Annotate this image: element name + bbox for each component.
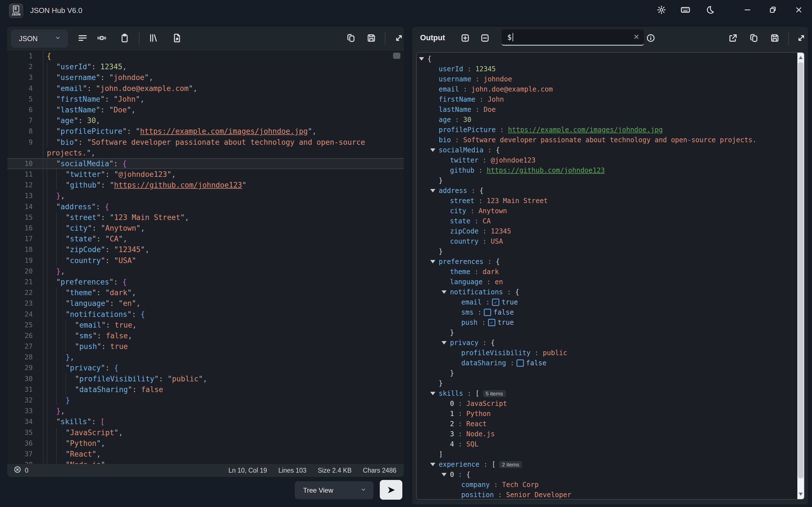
tree-row: 2 : React [417,419,797,429]
send-arrow-icon: ➤ [387,484,395,496]
tree-row: country : USA [417,236,797,246]
tree-value: CA [483,216,491,226]
tree-link-value[interactable]: https://example.com/images/johndoe.jpg [508,125,663,135]
line-number: 13 [7,190,43,201]
output-scrollbar-thumb[interactable] [798,62,804,478]
jsonpath-filter-input[interactable]: $ ✕ [502,29,644,46]
url-link[interactable]: https://github.com/johndoe123 [114,180,242,190]
tree-link-value[interactable]: https://github.com/johndoe123 [487,165,605,175]
collapse-arrow-icon[interactable] [442,341,447,344]
tree-row: 1 : Python [417,409,797,419]
json-code-editor[interactable]: 1{2"userId": 12345,3"username": "johndoe… [7,51,404,464]
output-scrollbar[interactable] [797,53,804,499]
tree-row: userId : 12345 [417,64,797,74]
line-number: 31 [7,384,43,395]
line-number: 34 [7,416,43,427]
url-link[interactable]: https://example.com/images/johndoe.jpg [140,126,308,136]
clipboard-icon [119,33,130,44]
tree-brace: } [439,175,443,186]
tree-key: address [439,186,467,196]
tree-key: github [450,165,474,175]
clear-filter-icon[interactable]: ✕ [633,33,640,41]
error-count-icon [13,466,21,475]
filter-info-button[interactable] [645,33,656,44]
expand-editor-button[interactable] [393,33,405,44]
tree-key: firstName [439,94,475,105]
tree-key: push [461,318,477,328]
tree-brace: { [515,287,519,297]
copy-json-button[interactable] [345,33,357,44]
scroll-up-icon[interactable] [799,56,803,59]
scroll-down-icon[interactable] [799,493,803,496]
keyboard-shortcuts-button[interactable] [680,5,691,15]
tree-row: age : 30 [417,115,797,125]
collapse-arrow-icon[interactable] [430,392,435,395]
tree-row: email :✓true [417,297,797,307]
tree-row: notifications : { [417,287,797,297]
editor-line: 12"github": "https://github.com/johndoe1… [7,180,404,190]
minimize-button[interactable] [742,4,753,16]
editor-line: 28}, [7,352,404,362]
collapse-all-button[interactable] [479,33,491,44]
save-json-button[interactable] [366,33,377,44]
library-button[interactable] [148,33,159,44]
line-number: 9 [7,137,43,148]
checkbox-checked-icon: ✓ [488,319,495,326]
collapse-arrow-icon[interactable] [430,463,435,466]
collapse-arrow-icon[interactable] [419,57,424,61]
editor-line: 17"state": "CA", [7,233,404,244]
tree-key: profilePicture [439,125,496,135]
minify-icon [97,33,107,44]
editor-line: 24"notifications": { [7,309,404,320]
expand-output-button[interactable] [796,33,807,44]
tree-row: socialMedia : { [417,145,797,155]
tree-brace: ] [439,449,443,459]
line-number: 7 [7,115,43,126]
editor-scrollbar-thumb[interactable] [393,53,400,59]
settings-button[interactable] [656,5,666,15]
format-document-button[interactable] [77,33,88,44]
tree-row: 4 : SQL [417,439,797,449]
close-button[interactable] [793,4,805,16]
minus-square-icon [480,33,490,44]
editor-line: 33}, [7,406,404,416]
format-select-value: JSON [19,35,38,43]
collapse-arrow-icon[interactable] [430,149,435,152]
cursor-position: Ln 10, Col 19 [229,467,267,474]
collapse-arrow-icon[interactable] [430,260,435,263]
expand-all-button[interactable] [460,33,471,44]
tree-row: } [417,378,797,388]
copy-output-button[interactable] [748,33,760,44]
tree-brace: } [450,328,454,338]
tree-row: theme : dark [417,267,797,277]
paste-button[interactable] [119,33,130,44]
view-mode-select[interactable]: Tree View [295,482,373,499]
theme-toggle-button[interactable] [705,5,715,15]
tree-key: position [461,490,494,500]
collapse-arrow-icon[interactable] [442,290,447,294]
char-count: Chars 2486 [363,467,396,474]
tree-row: skills : [5 items [417,388,797,399]
editor-line: 6"lastName": "Doe", [7,105,404,115]
line-number: 35 [7,427,43,438]
tree-row: } [417,175,797,186]
save-output-button[interactable] [769,33,780,44]
collapse-arrow-icon[interactable] [430,189,435,192]
run-button[interactable]: ➤ [380,480,402,500]
tree-row: lastName : Doe [417,105,797,115]
collapse-arrow-icon[interactable] [442,473,447,476]
tree-value: en [495,277,503,287]
tree-row: } [417,328,797,338]
tree-value: public [543,348,567,358]
export-file-button[interactable] [171,33,183,44]
tree-value: Tech Corp [502,480,539,490]
restore-button[interactable] [767,4,779,16]
expand-icon [796,33,806,44]
tree-key: city [450,206,466,216]
format-select[interactable]: JSON [11,30,68,47]
tree-value: USA [491,236,503,246]
info-icon [646,33,656,44]
tree-value: Anytown [478,206,507,216]
share-output-button[interactable] [727,33,739,44]
minify-button[interactable] [96,33,107,44]
